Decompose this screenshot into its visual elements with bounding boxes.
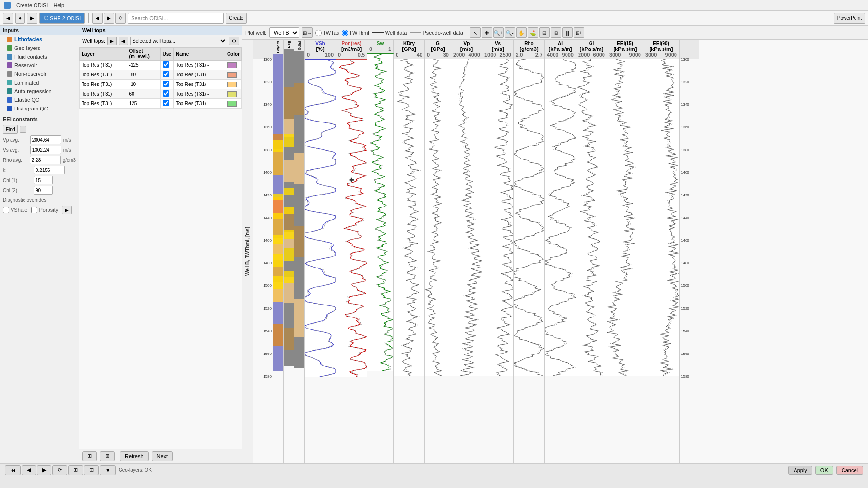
twtbml-radio[interactable]: [342, 30, 348, 36]
table-row[interactable]: Top Res (T31) 60 Top Res (T31) -: [80, 89, 242, 99]
forward-button[interactable]: ●: [15, 13, 25, 24]
twtas-radio-label[interactable]: TWTas: [315, 30, 339, 36]
plot-icon-btn1[interactable]: ⊞→: [302, 27, 313, 38]
twtbml-radio-label[interactable]: TWTbml: [342, 30, 369, 36]
apply-button[interactable]: Apply: [788, 466, 812, 475]
welltops-add-btn[interactable]: ▶: [107, 37, 117, 45]
menu-item-help[interactable]: Help: [53, 2, 64, 8]
cursor-tool-btn[interactable]: ↖: [470, 27, 481, 38]
sidebar-item-elastic-qc[interactable]: Elastic QC: [0, 96, 79, 104]
cell-color[interactable]: [225, 89, 241, 99]
find-button[interactable]: Find: [3, 125, 18, 134]
refresh-button[interactable]: Refresh: [120, 451, 149, 461]
rho-avg-input[interactable]: [30, 156, 61, 164]
wt-bottom-btn2[interactable]: ⊠: [100, 451, 115, 461]
welltops-remove-btn[interactable]: ◀: [119, 37, 128, 45]
create-button[interactable]: Create: [226, 13, 247, 24]
status-nav-fwd[interactable]: ▶: [37, 465, 51, 475]
track-gi-header: GI [kPa s/m] 20006000: [576, 40, 607, 59]
chi1-input[interactable]: [34, 176, 53, 184]
welltops-body: Top Res (T31) -125 Top Res (T31) - Top R…: [80, 61, 242, 109]
nav-refresh-btn[interactable]: ⟳: [115, 13, 126, 24]
ok-button[interactable]: OK: [815, 466, 833, 475]
sidebar-item-fluid-contacts[interactable]: Fluid contacts: [0, 52, 79, 61]
cell-use[interactable]: [160, 89, 173, 99]
status-nav-more[interactable]: ▼: [100, 465, 116, 475]
diag-apply-button[interactable]: ▶: [62, 206, 72, 214]
mark-btn[interactable]: ⛳: [528, 27, 538, 38]
depth-tick-1500: 1500: [681, 283, 689, 288]
grid-btn[interactable]: ⊞: [551, 27, 561, 38]
eei15-scale: 30009000: [608, 52, 642, 58]
sidebar-item-reservoir[interactable]: Reservoir: [0, 61, 79, 70]
status-nav-save[interactable]: ⊞: [68, 465, 83, 475]
status-nav-home[interactable]: ⏮: [5, 465, 21, 475]
cell-use[interactable]: [160, 80, 173, 89]
powerpoint-button[interactable]: PowerPoint: [834, 13, 865, 24]
depth-tick-1540: 1540: [263, 329, 272, 333]
sw-scale: 01: [368, 46, 392, 52]
track-log: Log: [284, 40, 294, 463]
cancel-button[interactable]: Cancel: [836, 466, 863, 475]
status-nav-back[interactable]: ◀: [22, 465, 36, 475]
forward2-button[interactable]: ▶: [27, 13, 37, 24]
track-eei90: EEI(90) [kPa s/m] 30009000: [643, 40, 679, 463]
status-nav-refresh[interactable]: ⟳: [52, 465, 67, 475]
well-select[interactable]: Well B: [269, 27, 299, 38]
wt-bottom-btn1[interactable]: ⊞: [82, 451, 97, 461]
nav-fwd-btn[interactable]: ▶: [104, 13, 114, 24]
depth-axis-body: 1300132013401360138014001420144014601480…: [253, 59, 273, 376]
vshale-checkbox-label[interactable]: VShale: [3, 207, 27, 213]
odisi-segment: [294, 257, 304, 299]
welltops-dropdown[interactable]: Selected well tops...: [130, 37, 227, 45]
search-input[interactable]: [128, 13, 224, 24]
nav-back-btn[interactable]: ◀: [92, 13, 103, 24]
cell-use[interactable]: [160, 61, 173, 70]
add-col-btn[interactable]: ⊞+: [574, 27, 584, 38]
yellow-band: [284, 188, 294, 195]
sidebar-item-histogram-qc[interactable]: Histogram QC: [0, 104, 79, 113]
next-button[interactable]: Next: [152, 451, 173, 461]
zoom-out-btn[interactable]: 🔍-: [505, 27, 515, 38]
cell-color[interactable]: [225, 70, 241, 80]
zoom-in-btn[interactable]: 🔍+: [493, 27, 504, 38]
porosity-checkbox-label[interactable]: Porosity: [31, 207, 58, 213]
find-icon: [20, 126, 26, 133]
menu-item-create[interactable]: Create ODiSI: [16, 2, 48, 8]
porosity-checkbox[interactable]: [31, 207, 37, 213]
cell-color[interactable]: [225, 99, 241, 109]
yellow-band: [273, 194, 283, 200]
twtas-radio[interactable]: [315, 30, 322, 36]
crosshair-tool-btn[interactable]: ✚: [482, 27, 492, 38]
sidebar-item-laminated[interactable]: Laminated: [0, 78, 79, 87]
cell-use[interactable]: [160, 99, 173, 109]
sidebar-item-lithofacies[interactable]: Lithofacies: [0, 35, 79, 44]
cell-color[interactable]: [225, 80, 241, 89]
table-row[interactable]: Top Res (T31) -80 Top Res (T31) -: [80, 70, 242, 80]
col-color: Color: [225, 48, 241, 61]
cell-color[interactable]: [225, 61, 241, 70]
status-nav-grid[interactable]: ⊡: [84, 465, 99, 475]
vp-avg-input[interactable]: [30, 135, 61, 144]
layer-segment: [273, 102, 283, 134]
hand-tool-btn[interactable]: ✋: [516, 27, 527, 38]
sidebar-item-non-reservoir[interactable]: Non-reservoir: [0, 70, 79, 78]
vs-avg-input[interactable]: [30, 146, 61, 154]
welltops-settings-btn[interactable]: ⚙: [229, 37, 239, 45]
table-row[interactable]: Top Res (T31) -10 Top Res (T31) -: [80, 80, 242, 89]
kdry-body: [394, 59, 424, 376]
k-input[interactable]: [34, 166, 65, 174]
cell-use[interactable]: [160, 70, 173, 80]
table-row[interactable]: Top Res (T31) 125 Top Res (T31) -: [80, 99, 242, 109]
back-button[interactable]: ◀: [3, 13, 13, 24]
layer-segment: [273, 54, 283, 102]
table-row[interactable]: Top Res (T31) -125 Top Res (T31) -: [80, 61, 242, 70]
col-btn[interactable]: |||: [562, 27, 573, 38]
fluid-contacts-icon: [7, 54, 12, 60]
sidebar-item-auto-regression[interactable]: Auto-regression: [0, 87, 79, 96]
sidebar-item-geo-layers[interactable]: Geo-layers: [0, 44, 79, 52]
copy-btn[interactable]: ⊟: [539, 27, 550, 38]
chi2-input[interactable]: [34, 186, 53, 195]
vshale-checkbox[interactable]: [3, 207, 9, 213]
vsh-body: [305, 60, 336, 377]
